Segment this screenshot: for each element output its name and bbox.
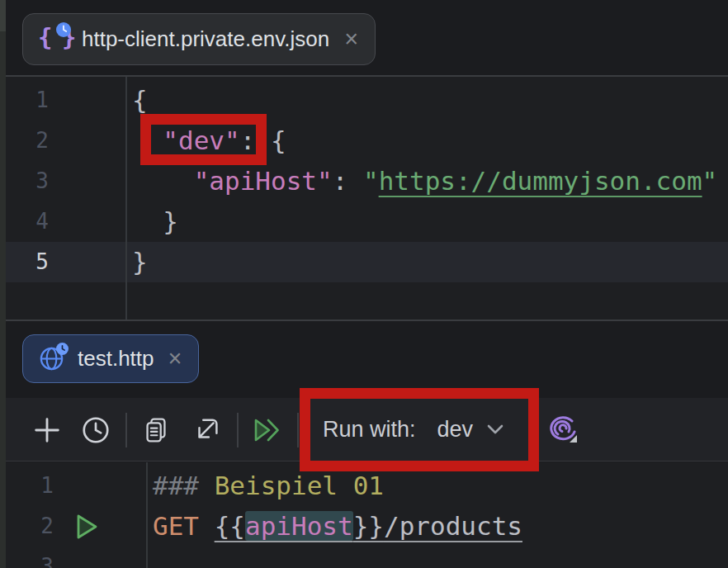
tab-title: http-client.private.env.json xyxy=(82,26,329,52)
tab-http-client-env-json[interactable]: { } http-client.private.env.json × xyxy=(22,13,376,65)
ai-spiral-icon xyxy=(546,411,584,449)
arrow-down-left-icon xyxy=(191,414,223,446)
annotation-box-run-with xyxy=(300,388,539,471)
run-request-play-icon xyxy=(73,513,100,541)
import-button[interactable] xyxy=(191,414,224,447)
clock-icon xyxy=(80,414,111,446)
line-number: 2 xyxy=(6,506,54,547)
close-icon[interactable]: × xyxy=(343,27,360,51)
copy-examples-button[interactable] xyxy=(139,414,173,447)
code-line: GET {{apiHost}}/products xyxy=(153,506,522,547)
annotation-box-dev-key xyxy=(140,114,267,165)
tab-title: test.http xyxy=(78,346,154,372)
history-button[interactable] xyxy=(79,414,112,447)
code-line: ### Beispiel 01 xyxy=(153,466,384,506)
current-line-highlight xyxy=(6,242,728,282)
ide-window: { } http-client.private.env.json × 1 2 3… xyxy=(0,0,728,568)
editor-splitter[interactable] xyxy=(6,320,728,321)
add-request-button[interactable] xyxy=(31,414,64,447)
close-icon[interactable]: × xyxy=(167,347,184,371)
json-private-file-icon: { } xyxy=(38,25,71,54)
ai-assistant-button[interactable] xyxy=(545,410,584,450)
line-number: 3 xyxy=(6,161,49,201)
panel-edge-strip xyxy=(0,0,6,568)
line-number: 4 xyxy=(6,201,49,242)
run-all-button[interactable] xyxy=(249,414,282,447)
editor-env-json[interactable]: 1 2 3 4 5 { "dev": { "apiHost": "https:/… xyxy=(6,77,728,320)
copy-icon xyxy=(140,414,172,446)
http-file-icon xyxy=(38,345,68,373)
code-line: } xyxy=(132,201,178,242)
toolbar-separator xyxy=(237,413,239,447)
line-number: 1 xyxy=(6,80,49,121)
line-number: 1 xyxy=(6,466,54,506)
plus-icon xyxy=(31,414,63,446)
gutter-separator xyxy=(125,77,127,320)
line-number: 3 xyxy=(6,547,54,568)
toolbar-separator xyxy=(297,413,299,447)
editor-test-http[interactable]: 1 2 3 ### Beispiel 01 GET {{apiHost}}/pr… xyxy=(6,462,728,568)
gutter-separator xyxy=(146,462,148,568)
tab-test-http[interactable]: test.http × xyxy=(22,334,199,383)
toolbar-separator xyxy=(125,413,127,447)
run-request-button[interactable] xyxy=(73,513,100,544)
code-line: } xyxy=(132,242,148,282)
line-number-active: 5 xyxy=(6,242,49,282)
code-line: "apiHost": "https://dummyjson.com" xyxy=(132,161,717,201)
panel-edge-strip-top xyxy=(0,0,6,31)
run-all-icon xyxy=(249,414,282,447)
line-number: 2 xyxy=(6,121,49,161)
